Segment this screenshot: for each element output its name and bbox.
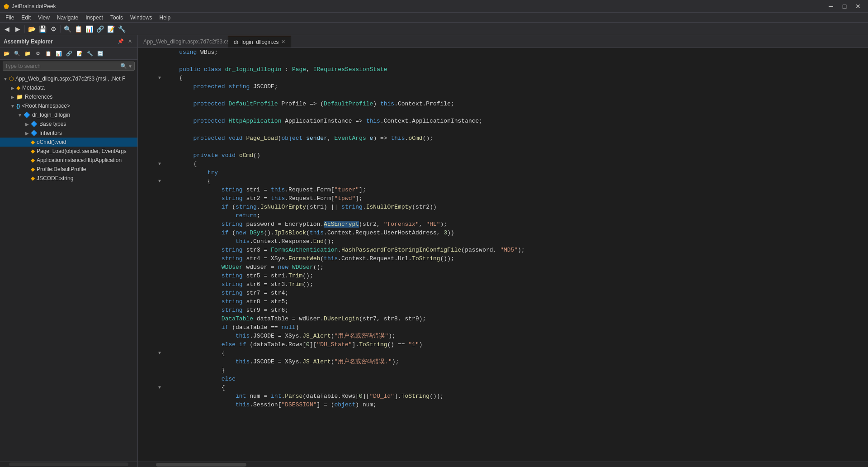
menu-tools[interactable]: Tools	[107, 14, 127, 22]
tree-item-ocmd[interactable]: ▶ ◆ oCmd():void	[0, 138, 137, 147]
toolbar-btn-5[interactable]: 📊	[84, 24, 94, 34]
tree-label-references: References	[25, 94, 52, 100]
code-line-using: using WBus;	[138, 48, 868, 57]
toolbar-btn-4[interactable]: 📋	[73, 24, 83, 34]
toolbar-btn-6[interactable]: 🔗	[95, 24, 105, 34]
code-content: WDUser wdUser = new WDUser();	[163, 263, 868, 272]
tree-item-assembly[interactable]: ▼ ⬡ App_Web_dllogin.aspx.7d7c2f33 (msil,…	[0, 74, 137, 83]
tree-expand-references[interactable]: ▶	[9, 95, 16, 100]
code-content: string password = Encryption.AESEncrypt(…	[163, 220, 868, 229]
toolbar-forward-btn[interactable]: ▶	[13, 24, 23, 34]
code-line-blank4	[138, 125, 868, 134]
menu-navigate[interactable]: Navigate	[53, 14, 82, 22]
tree-item-appinstance[interactable]: ▶ ◆ ApplicationInstance:HttpApplication	[0, 156, 137, 165]
toolbar-open-btn[interactable]: 📂	[27, 24, 37, 34]
main-layout: Assembly Explorer 📌 ✕ 📂 🔍 📁 ⚙ 📋 📊 🔗 📝 🔧 …	[0, 35, 868, 467]
toolbar-save-btn[interactable]: 💾	[38, 24, 47, 34]
close-button[interactable]: ✕	[852, 0, 864, 13]
fold-btn-try[interactable]: ▼	[156, 177, 163, 186]
toolbar-sep-1	[24, 25, 25, 33]
tab-assembly[interactable]: App_Web_dllogin.aspx.7d7c2f33.cs 🔒	[138, 36, 228, 48]
fold-btn-else[interactable]: ▼	[156, 349, 163, 357]
assembly-toolbar-btn-6[interactable]: 📊	[54, 49, 64, 59]
assembly-explorer-panel: Assembly Explorer 📌 ✕ 📂 🔍 📁 ⚙ 📋 📊 🔗 📝 🔧 …	[0, 35, 138, 467]
assembly-refresh-btn[interactable]: 🔄	[95, 49, 105, 59]
tree-item-references[interactable]: ▶ 📁 References	[0, 92, 137, 101]
assembly-pin-btn[interactable]: 📌	[117, 38, 125, 46]
assembly-toolbar-btn-7[interactable]: 🔗	[64, 49, 74, 59]
tab-close-icon[interactable]: ✕	[281, 39, 285, 45]
title-bar-text: JetBrains dotPeek	[12, 3, 825, 10]
code-line-blank5	[138, 143, 868, 151]
tree-label-metadata: Metadata	[22, 85, 45, 91]
assembly-toolbar-btn-1[interactable]: 📂	[2, 49, 12, 59]
tree-expand-metadata[interactable]: ▶	[9, 86, 16, 91]
fold-btn-else2[interactable]: ▼	[156, 383, 163, 392]
code-content: string str3 = FormsAuthentication.HashPa…	[163, 246, 868, 254]
prop-icon-profile: ◆	[31, 166, 35, 172]
tree-item-jscode[interactable]: ▶ ◆ JSCODE:string	[0, 174, 137, 183]
assembly-toolbar-btn-8[interactable]: 📝	[75, 49, 85, 59]
tree-item-class[interactable]: ▼ 🔷 dr_login_dllogin	[0, 110, 137, 119]
fold-btn-ocmd[interactable]: ▼	[156, 160, 163, 168]
tree-expand-root-namespace[interactable]: ▼	[9, 104, 16, 109]
assembly-toolbar-btn-5[interactable]: 📋	[43, 49, 53, 59]
menu-view[interactable]: View	[34, 14, 53, 22]
tree-item-profile[interactable]: ▶ ◆ Profile:DefaultProfile	[0, 165, 137, 174]
code-content	[163, 143, 868, 151]
code-line-datatable: DataTable dataTable = wdUser.DUserLogin(…	[138, 315, 868, 323]
minimize-button[interactable]: ─	[825, 0, 837, 13]
menu-help[interactable]: Help	[156, 14, 175, 22]
tree-label-pageload: Page_Load(object sender, EventArgs	[37, 148, 127, 154]
search-input[interactable]	[5, 63, 120, 69]
menu-inspect[interactable]: Inspect	[82, 14, 107, 22]
code-content: return;	[163, 211, 868, 220]
assembly-explorer-header: Assembly Explorer 📌 ✕	[0, 35, 137, 48]
assembly-toolbar-btn-4[interactable]: ⚙	[33, 49, 43, 59]
left-panel-scrollbar[interactable]	[0, 462, 137, 467]
fold-btn-brace[interactable]: ▼	[156, 74, 163, 82]
tree-item-pageload[interactable]: ▶ ◆ Page_Load(object sender, EventArgs	[0, 147, 137, 156]
code-content	[163, 125, 868, 134]
assembly-close-btn[interactable]: ✕	[126, 38, 134, 46]
toolbar-btn-7[interactable]: 📝	[106, 24, 116, 34]
tree-item-base-types[interactable]: ▶ 🔷 Base types	[0, 119, 137, 129]
tab-bar: App_Web_dllogin.aspx.7d7c2f33.cs 🔒 dr_lo…	[138, 35, 868, 48]
code-editor[interactable]: using WBus; public class dr_login_dllogi…	[138, 48, 868, 462]
search-options-icon[interactable]: ▼	[128, 64, 132, 69]
tree-expand-base-types[interactable]: ▶	[24, 122, 31, 127]
tree-container[interactable]: ▼ ⬡ App_Web_dllogin.aspx.7d7c2f33 (msil,…	[0, 72, 137, 462]
tree-item-root-namespace[interactable]: ▼ {} <Root Namespace>	[0, 101, 137, 110]
code-line-else2: else	[138, 375, 868, 383]
tree-label-class: dr_login_dllogin	[32, 112, 70, 118]
assembly-toolbar-btn-2[interactable]: 🔍	[12, 49, 22, 59]
tab-login[interactable]: dr_login_dllogin.cs ✕	[228, 36, 291, 48]
maximize-button[interactable]: □	[838, 0, 851, 13]
menu-file[interactable]: File	[2, 14, 18, 22]
horizontal-scrollbar[interactable]	[138, 462, 868, 467]
tree-label-base-types: Base types	[39, 121, 66, 127]
tree-expand-class[interactable]: ▼	[16, 113, 24, 118]
code-content: protected void Page_Load(object sender, …	[163, 134, 868, 143]
title-bar: ⬟ JetBrains dotPeek ─ □ ✕	[0, 0, 868, 13]
tree-item-metadata[interactable]: ▶ ◆ Metadata	[0, 83, 137, 92]
code-content: DataTable dataTable = wdUser.DUserLogin(…	[163, 315, 868, 323]
code-line-ocmd-brace: ▼ {	[138, 160, 868, 168]
menu-windows[interactable]: Windows	[127, 14, 156, 22]
toolbar-settings-btn[interactable]: ⚙	[48, 24, 58, 34]
menu-edit[interactable]: Edit	[18, 14, 34, 22]
tree-expand-assembly[interactable]: ▼	[2, 76, 9, 81]
tab-assembly-label: App_Web_dllogin.aspx.7d7c2f33.cs	[143, 38, 230, 45]
assembly-toolbar-btn-9[interactable]: 🔧	[85, 49, 95, 59]
code-line-jscode: protected string JSCODE;	[138, 82, 868, 91]
assembly-toolbar-btn-3[interactable]: 📁	[23, 49, 33, 59]
code-content: string str6 = str3.Trim();	[163, 280, 868, 289]
toolbar-btn-3[interactable]: 🔍	[62, 24, 72, 34]
toolbar-back-btn[interactable]: ◀	[2, 24, 12, 34]
toolbar-btn-8[interactable]: 🔧	[117, 24, 127, 34]
tab-login-label: dr_login_dllogin.cs	[234, 39, 278, 45]
tree-item-inheritors[interactable]: ▶ 🔷 Inheritors	[0, 129, 137, 138]
tree-expand-inheritors[interactable]: ▶	[24, 131, 31, 136]
code-line-ipblock: if (new DSys().IpIsBlock(this.Context.Re…	[138, 229, 868, 237]
code-content: }	[163, 366, 868, 375]
